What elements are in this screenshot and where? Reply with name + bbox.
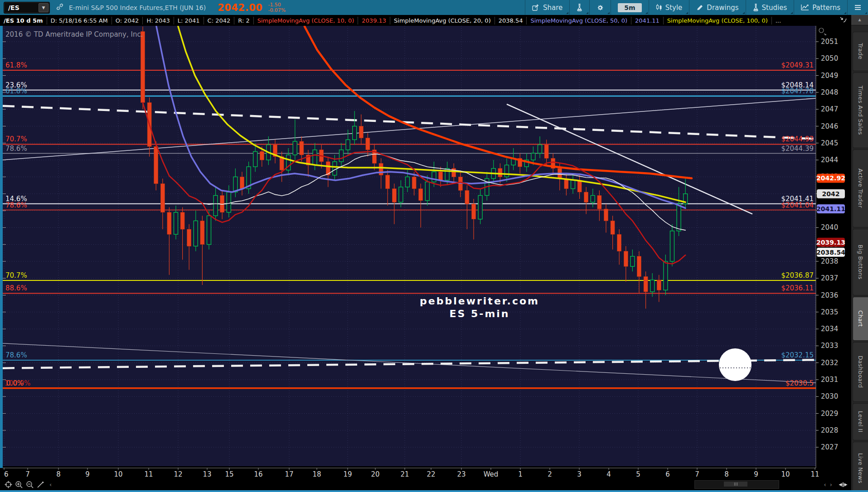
fib-price-label: $2036.87 — [781, 271, 814, 280]
sidebar-tab-trade[interactable]: Trade — [853, 32, 868, 71]
fib-price-label: $2041.04 — [781, 201, 814, 209]
price-tick-label: 2048 — [821, 88, 838, 96]
ohlc-field: O: 2042 — [112, 17, 143, 24]
collapse-chart-icon[interactable] — [840, 17, 847, 24]
price-change: -1.50 -0.07% — [268, 2, 286, 13]
trendline-tool-icon[interactable] — [37, 481, 45, 488]
fib-pct-label: 0.0% — [6, 379, 24, 387]
chevron-down-icon[interactable]: ▼ — [39, 3, 48, 12]
price-badge-label: 2042.92 — [816, 174, 845, 182]
time-tick-label: 3 — [577, 470, 582, 478]
sidebar-tab-level-ii[interactable]: Level II — [853, 403, 868, 440]
candle — [478, 195, 482, 219]
sidebar-tab-times-and-sales[interactable]: Times And Sales — [853, 72, 868, 148]
price-tick-label: 2035 — [821, 308, 838, 316]
fib-pct-label: 61.8% — [5, 61, 27, 69]
share-button[interactable]: Share — [525, 0, 569, 15]
fit-width-icon[interactable] — [839, 482, 848, 488]
white-circle-annotation — [719, 348, 752, 381]
candle — [406, 177, 410, 187]
watermark-line1: pebblewriter.com — [420, 295, 539, 307]
candle — [333, 162, 337, 175]
drawings-label: Drawings — [707, 4, 738, 12]
fib-price-label: $2030.5 — [786, 379, 814, 387]
scroll-right-arrow[interactable]: › — [830, 481, 832, 488]
flask-icon — [753, 4, 759, 11]
candlestick-icon — [656, 4, 662, 11]
candle — [339, 150, 344, 162]
symbol-select[interactable]: /ES ▼ — [4, 2, 50, 14]
time-tick-label: 15 — [225, 470, 233, 478]
scroll-left-arrow[interactable]: ‹ — [824, 481, 826, 488]
studies-ellipsis[interactable]: ... — [772, 17, 785, 24]
candle — [253, 151, 257, 167]
style-button[interactable]: Style — [649, 0, 689, 15]
candle — [624, 251, 628, 267]
fib-price-label: $2047.78 — [781, 87, 814, 95]
fib-price-label: $2036.11 — [781, 284, 814, 292]
patterns-button[interactable]: Patterns — [794, 0, 847, 15]
pattern-icon — [801, 4, 809, 11]
time-tick-label: 7 — [25, 470, 30, 478]
pan-left-chevron[interactable]: ‹ — [49, 481, 52, 488]
study-label[interactable]: SimpleMovingAvg (CLOSE, 20, 0) — [390, 17, 495, 24]
price-badge-label: 2042 — [822, 190, 840, 198]
zoom-out-icon[interactable] — [26, 481, 34, 489]
sidebar-tab-label: Chart — [857, 310, 864, 327]
sidebar-tab-dashboard[interactable]: Dashboard — [853, 342, 868, 402]
time-tick-label: 10 — [781, 470, 790, 478]
time-tick-label: 8 — [56, 470, 61, 478]
zoom-in-icon[interactable] — [15, 481, 23, 489]
candle — [141, 32, 145, 103]
analyze-button[interactable] — [569, 0, 589, 15]
time-tick-label: 9 — [85, 470, 90, 478]
time-tick-label: 6 — [665, 470, 670, 478]
last-price: 2042.00 — [218, 2, 262, 13]
candle — [544, 145, 548, 159]
candle — [465, 190, 469, 204]
link-icon[interactable] — [56, 3, 63, 12]
candle — [174, 212, 178, 234]
fib-pct-label: 78.6% — [5, 145, 27, 153]
sidebar-tab-live-news[interactable]: Live News — [853, 442, 868, 492]
candle — [611, 221, 615, 234]
time-scrollbar-track[interactable] — [694, 480, 779, 489]
study-label[interactable]: SimpleMovingAvg (CLOSE, 10, 0) — [254, 17, 359, 24]
candle — [664, 261, 668, 290]
sidebar-tab-big-buttons[interactable]: Big Buttons — [853, 229, 868, 295]
copyright-text: 2016 © TD Ameritrade IP Company, Inc. — [5, 30, 143, 39]
time-tick-label: 4 — [606, 470, 611, 478]
instrument-description: E-mini S&P 500 Index Futures,ETH (JUN 16… — [69, 4, 206, 11]
settings-button[interactable] — [589, 0, 611, 15]
sidebar-tab-label: Dashboard — [857, 356, 864, 388]
time-scrollbar-thumb[interactable] — [724, 482, 747, 487]
price-tick-label: 2038 — [821, 257, 838, 265]
study-label[interactable]: SimpleMovingAvg (CLOSE, 50, 0) — [527, 17, 631, 24]
candle — [386, 175, 390, 189]
fib-price-label: $2032.15 — [781, 351, 814, 359]
crosshair-tool-icon[interactable] — [5, 481, 12, 488]
time-tick-label: 11 — [144, 470, 153, 478]
drawings-button[interactable]: Drawings — [689, 0, 745, 15]
study-label[interactable]: SimpleMovingAvg (CLOSE, 100, 0) — [664, 17, 772, 24]
candle — [498, 169, 502, 177]
change-value: -1.50 — [268, 2, 286, 8]
fib-pct-label: 78.6% — [5, 201, 27, 209]
sidebar-tab-active-trader[interactable]: Active Trader — [853, 150, 868, 227]
time-tick-label: 12 — [174, 470, 182, 478]
sidebar-tab-chart[interactable]: Chart — [853, 297, 868, 341]
candle — [293, 141, 297, 155]
fib-price-label: $2044.93 — [781, 135, 814, 143]
studies-button[interactable]: Studies — [746, 0, 794, 15]
chart-symbol-summary: /ES 10 d 5m — [0, 17, 47, 24]
change-percent: -0.07% — [268, 8, 286, 13]
candle — [227, 192, 231, 212]
fib-pct-label: 70.7% — [5, 271, 27, 280]
time-tick-label: 18 — [312, 470, 321, 478]
candle — [346, 140, 350, 150]
candle — [630, 256, 635, 266]
timeframe-button[interactable]: 5m — [611, 0, 648, 15]
menu-button[interactable] — [847, 0, 868, 15]
sidebar-scroll-up[interactable]: ▲ — [851, 15, 868, 25]
chart-canvas[interactable]: 61.8%$2049.3123.6%$2048.1461.8%$2047.787… — [0, 0, 868, 492]
